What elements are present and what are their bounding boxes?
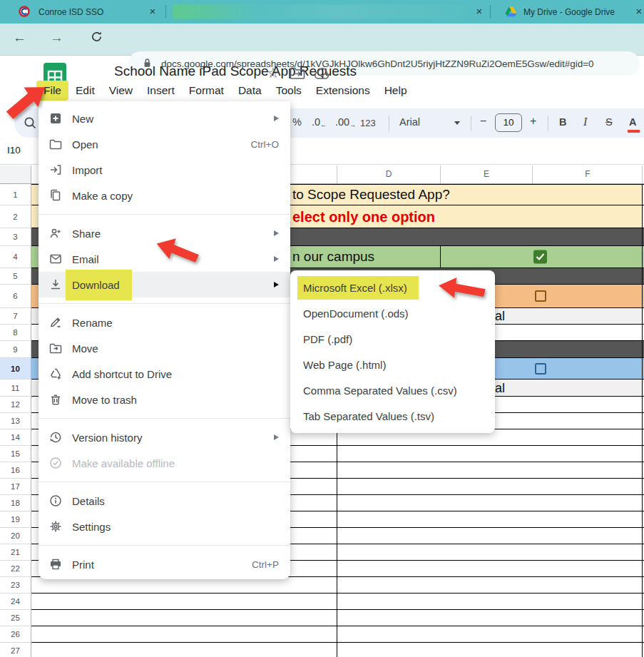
row-header-18[interactable]: 18 — [0, 495, 31, 511]
import-icon — [48, 163, 63, 177]
row-header-5[interactable]: 5 — [0, 268, 31, 285]
trash-icon — [48, 392, 63, 407]
row-header-21[interactable]: 21 — [0, 544, 31, 561]
file-menu-item-open[interactable]: OpenCtrl+O — [39, 131, 290, 157]
row-header-12[interactable]: 12 — [0, 397, 31, 413]
submenu-arrow-icon — [274, 434, 279, 440]
menu-divider — [39, 303, 290, 304]
row-header-17[interactable]: 17 — [0, 479, 31, 495]
file-menu-item-move-to-trash[interactable]: Move to trash — [39, 387, 290, 412]
row-header-24[interactable]: 24 — [0, 594, 31, 610]
row-header-3[interactable]: 3 — [0, 228, 31, 246]
row-header-25[interactable]: 25 — [0, 610, 31, 626]
sheet-row-23[interactable] — [31, 577, 644, 594]
menubar-item-format[interactable]: Format — [182, 81, 231, 101]
font-size-field[interactable]: 10 — [495, 113, 522, 132]
row-header-4[interactable]: 4 — [0, 246, 31, 268]
text-color-swatch — [628, 130, 640, 133]
file-menu-item-move[interactable]: Move — [39, 335, 290, 361]
reload-icon[interactable] — [90, 30, 103, 46]
row-header-11[interactable]: 11 — [0, 380, 31, 397]
submenu-item-label: Web Page (.html) — [303, 359, 386, 371]
back-icon[interactable]: ← — [13, 31, 26, 44]
chevron-down-icon[interactable] — [454, 121, 460, 125]
increase-font-size-button[interactable]: + — [530, 115, 536, 128]
select-all-corner[interactable] — [0, 165, 31, 183]
submenu-item-tab-separated-values-tsv[interactable]: Tab Separated Values (.tsv) — [290, 403, 495, 429]
file-menu-item-settings[interactable]: Settings — [39, 514, 290, 539]
row-header-9[interactable]: 9 — [0, 341, 31, 358]
forward-icon[interactable]: → — [50, 31, 63, 44]
increase-decimal-button[interactable]: .00→ — [335, 116, 356, 128]
font-selector[interactable]: Arial — [399, 116, 420, 128]
file-menu: NewOpenCtrl+OImportMake a copyShareEmail… — [39, 101, 290, 579]
sheet-row-25[interactable] — [31, 610, 644, 626]
close-tab-icon[interactable]: × — [474, 6, 485, 17]
close-tab-icon[interactable]: × — [147, 6, 158, 17]
row-header-27[interactable]: 27 — [0, 643, 31, 657]
menubar-item-data[interactable]: Data — [231, 81, 269, 101]
name-box[interactable]: I10 — [7, 145, 21, 156]
percent-format-button[interactable]: % — [292, 116, 302, 128]
row-header-8[interactable]: 8 — [0, 325, 31, 341]
row-header-19[interactable]: 19 — [0, 511, 31, 528]
menu-divider — [39, 545, 290, 546]
row-header-14[interactable]: 14 — [0, 429, 31, 446]
submenu-item-web-page-html[interactable]: Web Page (.html) — [290, 352, 495, 377]
file-menu-item-download[interactable]: Download — [39, 272, 290, 297]
menubar-item-extensions[interactable]: Extensions — [309, 81, 377, 101]
menu-item-label: Add shortcut to Drive — [72, 368, 172, 380]
strikethrough-button[interactable]: S — [605, 116, 613, 128]
menubar-item-tools[interactable]: Tools — [269, 81, 309, 101]
row-header-7[interactable]: 7 — [0, 308, 31, 325]
row-header-16[interactable]: 16 — [0, 462, 31, 479]
italic-button[interactable]: I — [583, 116, 587, 128]
menubar-item-help[interactable]: Help — [377, 81, 414, 101]
menubar-item-view[interactable]: View — [102, 81, 140, 101]
row-header-2[interactable]: 2 — [0, 205, 31, 228]
menu-item-label: Email — [72, 253, 99, 265]
column-header-e[interactable]: E — [440, 165, 532, 183]
row-header-26[interactable]: 26 — [0, 626, 31, 643]
menubar-item-edit[interactable]: Edit — [68, 81, 102, 101]
file-menu-item-add-shortcut-to-drive[interactable]: Add shortcut to Drive — [39, 361, 290, 387]
row-header-23[interactable]: 23 — [0, 577, 31, 594]
tab-separator — [165, 5, 166, 19]
text-color-button[interactable]: A — [629, 116, 636, 128]
menubar-item-insert[interactable]: Insert — [140, 81, 182, 101]
sheet-row-27[interactable] — [31, 643, 644, 657]
row-header-1[interactable]: 1 — [0, 184, 31, 205]
number-format-button[interactable]: 123 — [360, 118, 376, 128]
conroe-favicon-icon — [19, 6, 30, 17]
file-menu-item-new[interactable]: New — [39, 106, 290, 131]
row-header-13[interactable]: 13 — [0, 413, 31, 429]
sheet-row-24[interactable] — [31, 594, 644, 610]
column-header-d[interactable]: D — [337, 165, 440, 183]
checkbox-unchecked-icon[interactable] — [535, 363, 546, 375]
folder-open-icon — [48, 137, 63, 151]
row-header-10[interactable]: 10 — [0, 358, 31, 380]
checkbox-checked-icon[interactable] — [533, 250, 547, 264]
checkbox-unchecked-icon[interactable] — [535, 290, 546, 302]
file-menu-item-import[interactable]: Import — [39, 157, 290, 183]
row-header-22[interactable]: 22 — [0, 561, 31, 577]
submenu-item-comma-separated-values-csv[interactable]: Comma Separated Values (.csv) — [290, 377, 495, 403]
row-header-15[interactable]: 15 — [0, 446, 31, 462]
decrease-decimal-button[interactable]: .0← — [312, 116, 327, 128]
row-header-6[interactable]: 6 — [0, 285, 31, 308]
bold-button[interactable]: B — [559, 116, 566, 128]
column-header-f[interactable]: F — [532, 165, 643, 183]
submenu-item-label: Microsoft Excel (.xlsx) — [297, 276, 419, 300]
menu-item-label: Make a copy — [72, 190, 133, 202]
file-menu-item-print[interactable]: PrintCtrl+P — [39, 551, 290, 577]
file-menu-item-rename[interactable]: Rename — [39, 310, 290, 335]
row-header-20[interactable]: 20 — [0, 528, 31, 544]
sheet-row-26[interactable] — [31, 626, 644, 643]
close-tab-icon[interactable]: × — [633, 6, 644, 17]
decrease-font-size-button[interactable]: − — [480, 115, 486, 128]
email-icon — [48, 252, 63, 266]
submenu-item-pdf-pdf[interactable]: PDF (.pdf) — [290, 326, 495, 352]
file-menu-item-details[interactable]: Details — [39, 488, 290, 514]
file-menu-item-make-a-copy[interactable]: Make a copy — [39, 183, 290, 208]
file-menu-item-version-history[interactable]: Version history — [39, 424, 290, 450]
